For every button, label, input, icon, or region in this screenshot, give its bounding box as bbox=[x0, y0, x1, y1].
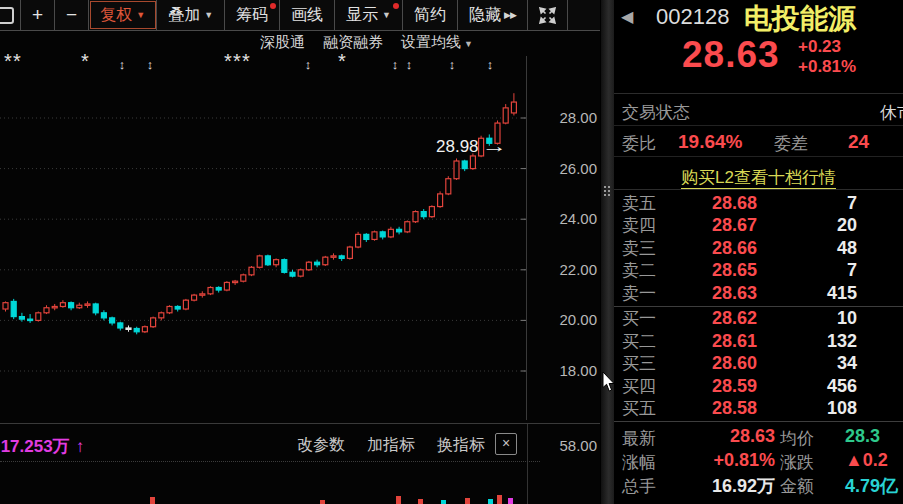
quote-stats: 最新28.63均价28.3涨幅+0.81%涨跌▲0.2总手16.92万金额4.7… bbox=[614, 424, 903, 496]
price-axis-label: 26.00 bbox=[535, 160, 597, 178]
yincang-button[interactable]: 隐藏▶▶ bbox=[458, 0, 528, 30]
dividend-marker-icon[interactable]: * bbox=[239, 54, 253, 68]
fuquan-button[interactable]: 复权▼ bbox=[89, 0, 157, 30]
caret-down-icon: ▼ bbox=[204, 10, 213, 20]
ask-row[interactable]: 卖三28.6648 bbox=[614, 237, 903, 260]
price-axis-label: 20.00 bbox=[535, 311, 597, 329]
updown-marker-icon[interactable]: ↕ bbox=[445, 58, 459, 72]
orderbook-bottom-divider bbox=[614, 421, 903, 422]
bid-label: 买二 bbox=[622, 330, 674, 353]
zoom-out-button[interactable]: − bbox=[55, 0, 89, 30]
bid-row[interactable]: 买二28.61132 bbox=[614, 330, 903, 353]
clipped-tool-icon[interactable] bbox=[0, 0, 21, 30]
volume-bar bbox=[320, 500, 325, 504]
zoom-in-button[interactable]: + bbox=[21, 0, 55, 30]
updown-marker-icon[interactable]: ↕ bbox=[483, 58, 497, 72]
updown-marker-icon[interactable]: ↕ bbox=[143, 58, 157, 72]
candles-svg bbox=[0, 56, 527, 420]
ask-volume: 415 bbox=[795, 283, 857, 304]
volume-pane[interactable] bbox=[0, 462, 614, 504]
chart-toolbar: + − 复权▼叠加▼筹码画线显示▼简约隐藏▶▶ bbox=[0, 0, 614, 31]
stat-row: 总手16.92万金额4.79亿 bbox=[614, 472, 903, 496]
ask-label: 卖一 bbox=[622, 282, 674, 305]
huaxian-button[interactable]: 画线 bbox=[280, 0, 335, 30]
bid-row[interactable]: 买四28.59456 bbox=[614, 375, 903, 398]
volume-bar bbox=[441, 500, 446, 504]
updown-marker-icon[interactable]: ↕ bbox=[301, 58, 315, 72]
annotation-value: 28.98 bbox=[436, 137, 479, 156]
dividend-marker-icon[interactable]: * bbox=[78, 54, 92, 68]
ask-label: 卖四 bbox=[622, 214, 674, 237]
bid-price: 28.62 bbox=[674, 308, 795, 329]
ask-label: 卖二 bbox=[622, 259, 674, 282]
back-arrow-icon[interactable]: ◀ bbox=[621, 7, 633, 26]
market-link-1[interactable]: 融资融券 bbox=[323, 33, 383, 52]
price-change-block: +0.23 +0.81% bbox=[798, 37, 856, 77]
stat-value: 16.92万 bbox=[622, 474, 775, 498]
chouma-button[interactable]: 筹码 bbox=[225, 0, 280, 30]
trading-status-row: 交易状态 休市 bbox=[614, 96, 903, 126]
updown-marker-icon[interactable]: ↕ bbox=[388, 58, 402, 72]
bid-volume: 34 bbox=[795, 353, 857, 374]
bid-row[interactable]: 买三28.6034 bbox=[614, 353, 903, 376]
market-link-2[interactable]: 设置均线▼ bbox=[401, 33, 473, 52]
tool-icon bbox=[0, 7, 14, 24]
jianyue-button[interactable]: 简约 bbox=[403, 0, 458, 30]
zoom-in-label: + bbox=[32, 4, 43, 26]
indicator-header-row: :17.253万↑ 改参数加指标换指标 × bbox=[0, 430, 614, 460]
bid-volume: 10 bbox=[795, 308, 857, 329]
weicha-value: 24 bbox=[848, 131, 869, 153]
updown-marker-icon[interactable]: ↕ bbox=[402, 58, 416, 72]
stat-row: 最新28.63均价28.3 bbox=[614, 424, 903, 448]
fuquan-label: 复权 bbox=[100, 5, 132, 26]
panel-splitter[interactable] bbox=[600, 0, 615, 504]
market-link-0[interactable]: 深股通 bbox=[260, 33, 305, 52]
ask-price: 28.65 bbox=[674, 260, 795, 281]
candlestick-chart[interactable]: ***↕↕***↕*↕↕↕↕ 28.98→ bbox=[0, 56, 527, 420]
dividend-marker-icon[interactable]: * bbox=[10, 54, 24, 68]
stock-app: { "toolbar": { "zoom_in": "+", "zoom_out… bbox=[0, 0, 903, 504]
fullscreen-button[interactable] bbox=[528, 0, 568, 30]
l2-upgrade-link[interactable]: 购买L2查看十档行情 bbox=[681, 168, 836, 189]
pane-divider bbox=[0, 423, 614, 424]
close-indicator-button[interactable]: × bbox=[495, 433, 517, 455]
bid-row[interactable]: 买一28.6210 bbox=[614, 308, 903, 331]
ask-row[interactable]: 卖五28.687 bbox=[614, 192, 903, 215]
stat-value: +0.81% bbox=[622, 450, 775, 471]
bid-label: 买四 bbox=[622, 375, 674, 398]
bid-volume: 456 bbox=[795, 376, 857, 397]
ask-row[interactable]: 卖一28.63415 bbox=[614, 282, 903, 305]
bid-row[interactable]: 买五28.58108 bbox=[614, 398, 903, 421]
ask-label: 卖五 bbox=[622, 192, 674, 215]
diejia-label: 叠加 bbox=[168, 5, 200, 26]
quote-panel: ◀ 002128 电投能源 28.63 +0.23 +0.81% 交易状态 休市… bbox=[614, 0, 903, 504]
bid-price: 28.59 bbox=[674, 376, 795, 397]
ask-row[interactable]: 卖二28.657 bbox=[614, 260, 903, 283]
weibi-label: 委比 bbox=[622, 132, 656, 155]
caret-down-icon: ▼ bbox=[464, 39, 473, 49]
jianyue-label: 简约 bbox=[414, 5, 446, 26]
diejia-button[interactable]: 叠加▼ bbox=[157, 0, 225, 30]
indicator-link-0[interactable]: 改参数 bbox=[297, 435, 345, 456]
stat-label: 金额 bbox=[780, 475, 814, 498]
splitter-grip-icon[interactable] bbox=[604, 186, 610, 196]
xianshi-button[interactable]: 显示▼ bbox=[335, 0, 403, 30]
price-axis-label: 18.00 bbox=[535, 362, 597, 380]
dividend-marker-icon[interactable]: * bbox=[335, 54, 349, 68]
double-chevron-icon: ▶▶ bbox=[504, 10, 516, 20]
bid-volume: 132 bbox=[795, 331, 857, 352]
annotation-arrow-icon: → bbox=[481, 137, 507, 157]
indicator-link-1[interactable]: 加指标 bbox=[367, 435, 415, 456]
weibi-value: 19.64% bbox=[678, 131, 742, 153]
order-book: 卖五28.687卖四28.6720卖三28.6648卖二28.657卖一28.6… bbox=[614, 192, 903, 420]
updown-marker-icon[interactable]: ↕ bbox=[115, 58, 129, 72]
bid-label: 买五 bbox=[622, 397, 674, 420]
indicator-link-2[interactable]: 换指标 bbox=[437, 435, 485, 456]
chart-region: + − 复权▼叠加▼筹码画线显示▼简约隐藏▶▶ 深股通融资融券设置均线▼ ***… bbox=[0, 0, 614, 504]
volume-bar bbox=[508, 498, 513, 504]
ask-price: 28.68 bbox=[674, 193, 795, 214]
up-arrow-icon: ↑ bbox=[76, 437, 85, 456]
ask-row[interactable]: 卖四28.6720 bbox=[614, 215, 903, 238]
caret-down-icon: ▼ bbox=[382, 10, 391, 20]
volume-bar bbox=[418, 499, 423, 504]
